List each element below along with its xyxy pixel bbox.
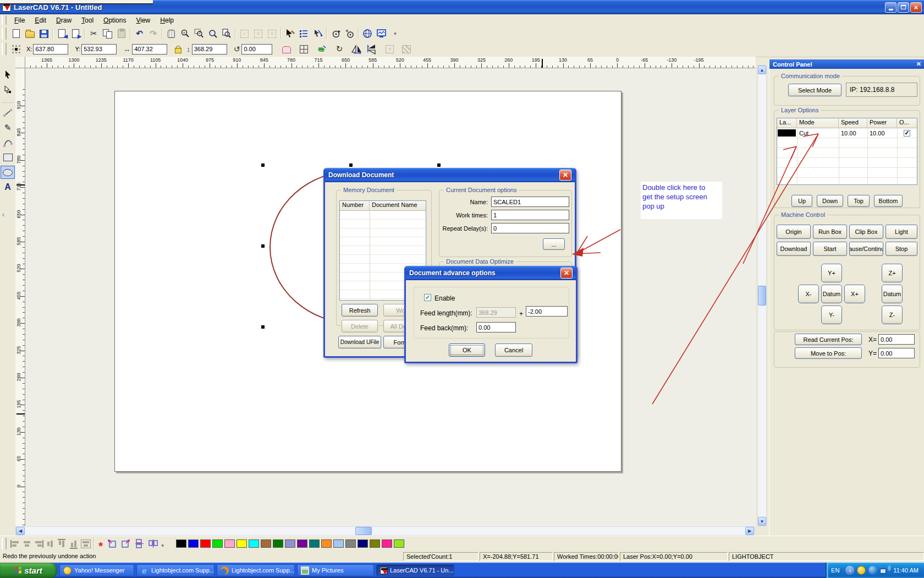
ok-button[interactable]: OK xyxy=(449,343,485,357)
enable-checkbox[interactable]: ✓ xyxy=(424,294,431,301)
align-middle-icon[interactable] xyxy=(58,539,65,549)
selection-handle[interactable] xyxy=(349,163,353,167)
x-position-value[interactable] xyxy=(878,334,915,345)
height-field[interactable] xyxy=(192,44,227,54)
download-dialog-close-button[interactable]: ✕ xyxy=(559,170,571,181)
task-lasercad[interactable]: LaserCAD V6.71 - Un... xyxy=(376,564,454,576)
palette-swatch[interactable] xyxy=(212,539,223,548)
zoom-marquee-icon[interactable] xyxy=(193,28,205,40)
menu-edit[interactable]: Edit xyxy=(30,15,51,25)
xy-datum-button[interactable]: Datum xyxy=(821,285,842,303)
zoom-in-icon[interactable]: + xyxy=(179,28,191,40)
layer-column-speed[interactable]: Speed xyxy=(839,118,867,128)
toolbar-overflow-icon[interactable]: ▾ xyxy=(389,28,402,40)
run-box-button[interactable]: Run Box xyxy=(813,225,847,239)
menu-help[interactable]: Help xyxy=(155,15,179,25)
x-position-field[interactable] xyxy=(33,44,68,54)
y-position-value[interactable] xyxy=(878,348,915,358)
palette-swatch[interactable] xyxy=(370,539,380,548)
palette-swatch[interactable] xyxy=(321,539,332,548)
palette-swatch[interactable] xyxy=(249,539,259,548)
globe-icon[interactable] xyxy=(361,28,374,40)
clip-box-button[interactable]: Clip Box xyxy=(849,225,883,239)
horizontal-scrollbar[interactable]: ◀ ▶ xyxy=(15,526,755,536)
preview-monitor-icon[interactable] xyxy=(375,28,388,40)
rotate-node-icon[interactable] xyxy=(329,28,342,40)
zoom-object-icon[interactable] xyxy=(206,28,219,40)
horizontal-scroll-thumb[interactable] xyxy=(355,527,372,535)
selection-handle[interactable] xyxy=(261,325,265,329)
feed-adjust-field[interactable] xyxy=(526,306,568,317)
mirror-vertical-icon[interactable] xyxy=(366,43,378,56)
z-datum-button[interactable]: Datum xyxy=(882,285,903,303)
table-row[interactable] xyxy=(777,158,917,168)
selection-handle[interactable] xyxy=(261,163,265,167)
palette-swatch[interactable] xyxy=(237,539,247,548)
new-document-icon[interactable] xyxy=(10,28,23,40)
start-button[interactable]: start xyxy=(0,563,57,578)
save-icon[interactable] xyxy=(37,28,50,40)
corner-tl-icon[interactable] xyxy=(106,537,118,550)
palette-swatch[interactable] xyxy=(200,539,211,548)
hide-icons-chevron-icon[interactable]: ‹ xyxy=(845,566,854,575)
jog-z-plus-button[interactable]: Z+ xyxy=(882,264,903,282)
pick-node-icon[interactable] xyxy=(311,28,324,40)
start-button[interactable]: Start xyxy=(813,242,847,256)
align-left-icon[interactable] xyxy=(10,540,20,548)
table-row[interactable] xyxy=(777,178,917,185)
zoom-page-icon[interactable] xyxy=(220,28,233,40)
close-button[interactable]: × xyxy=(910,2,922,13)
collapse-toolbox-icon[interactable]: ‹ xyxy=(0,211,15,219)
node-list-icon[interactable] xyxy=(298,28,310,40)
table-row[interactable] xyxy=(340,237,426,246)
cut-icon[interactable]: ✂ xyxy=(87,28,100,40)
move-to-pos-button[interactable]: Move to Pos: xyxy=(795,347,862,359)
delete-node-icon[interactable]: × xyxy=(266,28,278,40)
layer-bottom-button[interactable]: Bottom xyxy=(874,195,903,207)
y-position-field[interactable] xyxy=(81,44,117,54)
undo-icon[interactable]: ↶ xyxy=(133,28,146,40)
redo-icon[interactable]: ↷ xyxy=(147,28,160,40)
task-lightobject-firefox[interactable]: Lightobject.com Supp... xyxy=(217,564,295,576)
cancel-button[interactable]: Cancel xyxy=(495,343,532,357)
export-file-icon[interactable]: ▶ xyxy=(69,28,82,40)
task-lightobject-ie[interactable]: e Lightobject.com Supp... xyxy=(136,564,215,576)
open-folder-icon[interactable] xyxy=(24,28,36,40)
clock[interactable]: 11:40 AM xyxy=(893,567,919,574)
select-arrow-tool[interactable] xyxy=(1,68,15,81)
maximize-button[interactable] xyxy=(898,2,909,13)
read-current-pos-button[interactable]: Read Current Pos: xyxy=(795,334,862,345)
palette-swatch[interactable] xyxy=(297,539,307,548)
grid-four-icon[interactable] xyxy=(298,43,310,56)
work-times-field[interactable] xyxy=(491,210,569,220)
rotate-object-icon[interactable]: ↻ xyxy=(333,43,345,56)
menu-view[interactable]: View xyxy=(131,15,155,25)
jog-z-minus-button[interactable]: Z- xyxy=(882,306,903,324)
toolbar-gripper[interactable] xyxy=(2,538,7,550)
bezier-tool[interactable] xyxy=(1,136,15,149)
pan-hand-icon[interactable] xyxy=(165,28,178,40)
stop-button[interactable]: Stop xyxy=(886,242,917,256)
split-v-icon[interactable] xyxy=(133,537,146,550)
palette-swatch[interactable] xyxy=(333,539,344,548)
menu-tool[interactable]: Tool xyxy=(76,15,98,25)
width-field[interactable] xyxy=(132,44,167,54)
rectangle-tool[interactable] xyxy=(1,151,15,164)
align-center-icon[interactable] xyxy=(23,540,31,548)
ellipse-tool[interactable] xyxy=(1,166,15,179)
layer-column-mode[interactable]: Mode xyxy=(797,118,839,128)
layer-up-button[interactable]: Up xyxy=(791,195,812,207)
layer-column-output[interactable]: O... xyxy=(897,118,917,128)
overflow-caret-icon[interactable]: ▾ xyxy=(161,543,164,548)
vertical-scroll-thumb[interactable] xyxy=(758,286,766,306)
table-row[interactable] xyxy=(340,246,426,255)
vertical-scrollbar[interactable]: ▲ ▼ xyxy=(757,65,767,526)
node-edit-tool[interactable] xyxy=(1,83,15,96)
pen-tool[interactable]: ✎ xyxy=(1,121,15,134)
refresh-button[interactable]: Refresh xyxy=(342,304,378,317)
minimize-button[interactable] xyxy=(885,2,897,13)
jog-y-minus-button[interactable]: Y- xyxy=(821,306,842,324)
download-button[interactable]: Download xyxy=(777,242,811,256)
lock-ratio-icon[interactable] xyxy=(172,43,184,56)
layers-icon[interactable] xyxy=(315,43,328,56)
